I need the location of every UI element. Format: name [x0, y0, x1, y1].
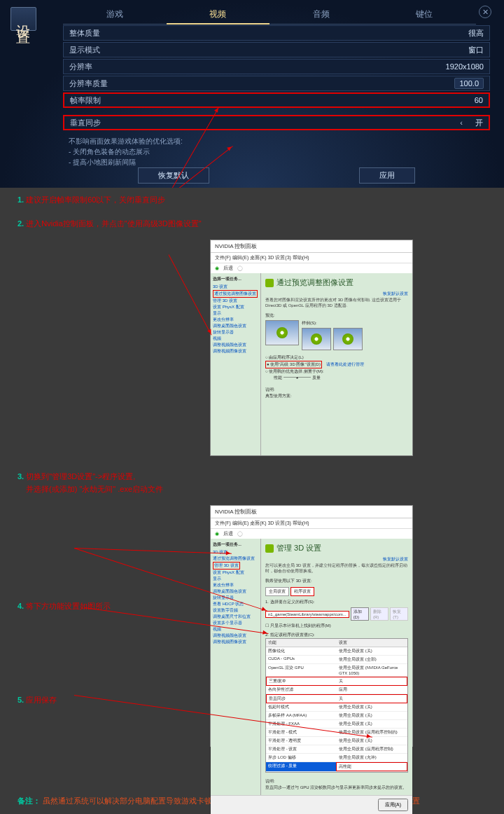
value: 100.0 [454, 78, 484, 89]
table-row[interactable]: 异步 LOD 偏移使用全局设置 (允许) [266, 754, 407, 762]
table-row[interactable]: 平滑处理 - 透明度使用全局设置 (关) [266, 737, 407, 745]
row-resolution-quality[interactable]: 分辨率质量 100.0 [63, 76, 490, 91]
opt-title: 不影响画面效果游戏体验的优化选项: [69, 136, 484, 146]
step-num: 3. [18, 472, 24, 481]
note-label: 备注： [18, 796, 41, 805]
sample-thumb [302, 328, 331, 350]
table-row[interactable]: OpenGL 渲染 GPU使用全局设置 (NVIDIA GeForce GTX … [266, 664, 407, 677]
sidebar-item[interactable]: 调整视频图像设置 [213, 348, 258, 354]
link[interactable]: 请查看此处进行管理 [326, 362, 364, 366]
program-dropdown[interactable]: n1_game(SteamLibrary\steamapps\com... [265, 611, 349, 618]
row-vsync[interactable]: 垂直同步 ‹ 开 [63, 115, 490, 130]
value: 1920x1080 [446, 62, 484, 71]
restore-link[interactable]: 恢复默认设置 [265, 556, 408, 563]
program-select-row: n1_game(SteamLibrary\steamapps\com... 添加… [265, 607, 408, 621]
remove-button[interactable]: 删除(R) [370, 607, 388, 621]
table-row[interactable]: 图像锐化使用全局设置 (关) [266, 647, 407, 656]
menu-bar[interactable]: 文件(F) 编辑(E) 桌面(K) 3D 设置(3) 帮助(H) [211, 253, 412, 263]
tab-audio[interactable]: 音频 [270, 6, 373, 25]
task-sidebar: 选择一项任务... 3D 设置 通过预览调整图像设置 管理 3D 设置 设置 P… [211, 539, 261, 795]
sidebar-item[interactable]: 更改分辨率 [213, 317, 258, 323]
radio-option[interactable]: ○ 由应用程序决定(L) [265, 354, 408, 361]
step-3: 3. 切换到"管理3D设置"->程序设置, 并选择(或添加) "永劫无间" .e… [0, 464, 504, 501]
window-title: NVIDIA 控制面板 [211, 506, 412, 518]
sidebar-item[interactable]: 调整桌面颜色设置 [213, 588, 258, 595]
apply-button[interactable]: 应用 [359, 167, 415, 184]
back-icon[interactable]: ◉ [215, 265, 219, 271]
sidebar-item[interactable]: 设置多个显示器 [213, 620, 258, 626]
page-heading: 管理 3D 设置 [265, 543, 408, 553]
sidebar-item[interactable]: 设置 PhysX 配置 [213, 570, 258, 576]
task-sidebar: 选择一项任务... 3D 设置 通过预览调整图像设置 管理 3D 设置 设置 P… [211, 273, 261, 455]
page-heading: 通过预览调整图像设置 [265, 277, 408, 288]
toolbar: ◉ 后退 ◯ [211, 263, 412, 273]
tab-game[interactable]: 游戏 [63, 6, 167, 25]
close-icon[interactable]: ✕ [479, 6, 491, 18]
sidebar-item[interactable]: 更改分辨率 [213, 582, 258, 588]
add-button[interactable]: 添加(D) [351, 607, 369, 621]
sidebar-item[interactable]: 显示 [213, 576, 258, 582]
tab-keys[interactable]: 键位 [373, 6, 477, 25]
sidebar-item[interactable]: 设置数字音频 [213, 607, 258, 614]
restore-prog-button[interactable]: 恢复(T) [390, 607, 408, 621]
step-text: 并选择(或添加) "永劫无间" .exe启动文件 [26, 485, 163, 493]
settings-tabs: 全局设置 程序设置 [265, 587, 408, 596]
row-resolution[interactable]: 分辨率 1920x1080 [63, 59, 490, 74]
sidebar-item[interactable]: 设置 PhysX 配置 [213, 304, 258, 310]
tab-program[interactable]: 程序设置 [290, 587, 314, 596]
table-row[interactable]: 纹理过滤 - 质量高性能 [266, 762, 407, 772]
sidebar-item[interactable]: 3D 设置 [213, 284, 258, 290]
table-row[interactable]: 平滑处理 - 设置使用全局设置 (应用程序控制) [266, 745, 407, 754]
settings-rows: 整体质量 很高 显示模式 窗口 分辨率 1920x1080 分辨率质量 100.… [63, 25, 490, 172]
sidebar-item[interactable]: 查看 HDCP 状态 [213, 601, 258, 607]
table-row[interactable]: 低延时模式使用全局设置 (关) [266, 703, 407, 712]
sidebar-item[interactable]: 管理 3D 设置 [213, 298, 258, 304]
sidebar-item-manage3d[interactable]: 管理 3D 设置 [213, 562, 240, 570]
nvidia-icon [265, 279, 274, 287]
table-row[interactable]: 多帧采样 AA (MFAA)使用全局设置 (关) [266, 712, 407, 720]
sidebar-item[interactable]: 调整桌面颜色设置 [213, 323, 258, 329]
row-display-mode[interactable]: 显示模式 窗口 [63, 42, 490, 57]
step-num: 2. [18, 219, 24, 228]
label: 显示模式 [69, 45, 468, 55]
table-row[interactable]: 平滑处理 - 模式使用全局设置 (应用程序控制的) [266, 729, 407, 737]
table-row[interactable]: 垂直同步关 [266, 694, 407, 703]
apply-bar: 应用(A) [211, 795, 412, 814]
note: 说明: 典型使用方案: [265, 387, 408, 399]
note: 说明: 垂直同步—通过与 GPU 渲染帧数同步与显示屏更新率同步来提示您的设置。 [265, 778, 408, 791]
table-row[interactable]: 三重缓冲关 [266, 677, 407, 686]
sidebar-item[interactable]: 旋转显示器 [213, 329, 258, 336]
back-label[interactable]: 后退 [223, 530, 233, 537]
menu-bar[interactable]: 文件(F) 编辑(E) 桌面(K) 3D 设置(3) 帮助(H) [211, 518, 412, 529]
apply-button[interactable]: 应用(A) [378, 799, 408, 811]
row-overall-quality[interactable]: 整体质量 很高 [63, 25, 490, 41]
sidebar-item-preview[interactable]: 通过预览调整图像设置 [213, 290, 258, 298]
chevron-left-icon[interactable]: ‹ [460, 118, 463, 127]
sidebar-item[interactable]: 调整视频颜色设置 [213, 342, 258, 348]
radio-advanced[interactable]: ● 使用"高级 3D 图像"设置(D) [265, 361, 322, 368]
sidebar-item[interactable]: 通过预览调整图像设置 [213, 556, 258, 562]
value: 开 [475, 118, 483, 128]
sidebar-item[interactable]: 视频 [213, 336, 258, 342]
tab-video[interactable]: 视频 [167, 6, 270, 25]
sidebar-item[interactable]: 显示 [213, 310, 258, 317]
preview-thumb [265, 320, 299, 345]
sidebar-item[interactable]: 调整桌面尺寸和位置 [213, 614, 258, 620]
tab-global[interactable]: 全局设置 [265, 587, 289, 596]
restore-defaults-button[interactable]: 恢复默认 [138, 167, 209, 184]
sidebar-item[interactable]: 视频 [213, 626, 258, 633]
sidebar-item[interactable]: 调整视频颜色设置 [213, 633, 258, 639]
back-icon[interactable]: ◉ [215, 531, 219, 537]
back-label[interactable]: 后退 [223, 265, 233, 272]
checkbox-show-found[interactable]: ☐ 只显示本计算机上找到的程序(M) [265, 623, 408, 629]
settings-sidebar: 设置 [10, 7, 46, 31]
table-row[interactable]: 各向异性过滤应用 [266, 686, 407, 694]
sidebar-item[interactable]: 调整视频图像设置 [213, 639, 258, 645]
nvidia-panel-preview: NVIDIA 控制面板 文件(F) 编辑(E) 桌面(K) 3D 设置(3) 帮… [210, 240, 413, 456]
restore-link[interactable]: 恢复默认设置 [265, 291, 408, 297]
table-header: 功能设置 [266, 639, 407, 647]
table-row[interactable]: CUDA - GPUs使用全局设置 (全部) [266, 656, 407, 664]
step-1: 1. 建议开启帧率限制60以下，关闭垂直同步 [0, 188, 504, 212]
row-fps-limit[interactable]: 帧率限制 60 [63, 92, 490, 108]
radio-option[interactable]: ○ 使用我的优先选择,侧重于(M): [265, 368, 408, 375]
